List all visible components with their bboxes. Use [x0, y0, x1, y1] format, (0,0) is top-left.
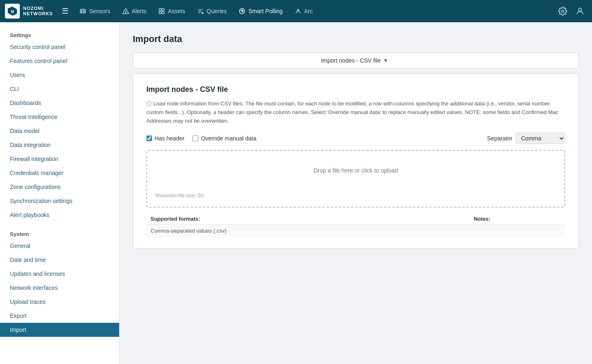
system-section-title: System [0, 228, 119, 239]
svg-point-16 [561, 10, 564, 12]
nav-queries-label: Queries [207, 8, 227, 14]
import-type-label: Import nodes - CSV file [321, 57, 381, 64]
sidebar-item-security-control-panel[interactable]: Security control panel [0, 40, 119, 54]
svg-point-8 [125, 13, 126, 13]
format-notes [470, 225, 565, 237]
nav-queries[interactable]: Queries [192, 5, 232, 17]
sidebar-item-dashboards[interactable]: Dashboards [0, 96, 119, 110]
page-title: Import data [133, 34, 579, 44]
has-header-text: Has header [155, 135, 184, 142]
info-icon: ⓘ [146, 100, 152, 107]
formats-table: Supported formats: Notes: Comma-separate… [146, 213, 565, 237]
svg-rect-9 [159, 9, 161, 11]
topnav: N NOZOMINETWORKS ☰ Sensors Alerts Assets… [0, 0, 592, 22]
sidebar-item-alert-playbooks[interactable]: Alert playbooks [0, 208, 119, 222]
override-manual-label[interactable]: Override manual data [193, 135, 256, 142]
topnav-right [556, 4, 587, 18]
nav-smart-polling[interactable]: Smart Polling [233, 5, 287, 17]
formats-col2-header: Notes: [470, 213, 565, 225]
has-header-checkbox[interactable] [146, 135, 152, 141]
svg-point-17 [578, 8, 581, 11]
nav-sensors[interactable]: Sensors [74, 5, 115, 17]
nav-smart-polling-label: Smart Polling [248, 8, 282, 14]
logo-icon: N [5, 4, 20, 19]
nav-sensors-label: Sensors [89, 8, 110, 14]
separator-label-text: Separator [487, 135, 512, 142]
svg-rect-12 [162, 12, 164, 14]
import-type-dropdown[interactable]: Import nodes - CSV file ▼ [133, 53, 579, 68]
sidebar: Settings Security control panel Features… [0, 22, 120, 364]
file-dropzone[interactable]: Drop a file here or click to upload Maxi… [146, 150, 565, 208]
settings-icon[interactable] [556, 4, 570, 18]
import-card: Import nodes - CSV file ⓘLoad node infor… [133, 73, 579, 249]
nav-alerts-label: Alerts [132, 8, 147, 14]
sidebar-item-updates-and-licenses[interactable]: Updates and licenses [0, 267, 119, 281]
sidebar-item-zone-configurations[interactable]: Zone configurations [0, 180, 119, 194]
sidebar-item-features-control-panel[interactable]: Features control panel [0, 54, 119, 68]
sidebar-item-threat-intelligence[interactable]: Threat Intelligence [0, 110, 119, 124]
sidebar-item-synchronization-settings[interactable]: Synchronization settings [0, 194, 119, 208]
override-manual-checkbox[interactable] [193, 135, 198, 141]
chevron-down-icon: ▼ [383, 58, 388, 63]
svg-rect-11 [159, 12, 161, 14]
sidebar-item-firewall-integration[interactable]: Firewall integration [0, 152, 119, 166]
sidebar-item-network-interfaces[interactable]: Network interfaces [0, 281, 119, 295]
form-row: Has header Override manual data Separato… [146, 133, 565, 144]
hamburger-icon[interactable]: ☰ [59, 4, 71, 18]
sidebar-item-date-and-time[interactable]: Date and time [0, 253, 119, 267]
formats-col1-header: Supported formats: [146, 213, 470, 225]
card-section-title: Import nodes - CSV file [146, 85, 565, 94]
info-paragraph: ⓘLoad node information from CSV files. T… [146, 100, 565, 125]
nav-alerts[interactable]: Alerts [117, 5, 152, 17]
sidebar-item-upload-traces[interactable]: Upload traces [0, 295, 119, 309]
sidebar-item-general[interactable]: General [0, 239, 119, 253]
dropzone-prompt: Drop a file here or click to upload [314, 167, 398, 174]
sidebar-item-import[interactable]: Import [0, 323, 119, 337]
svg-point-15 [297, 9, 299, 11]
format-row: Comma-separated values (.csv) [146, 225, 565, 237]
sidebar-item-cli[interactable]: CLI [0, 82, 119, 96]
separator-group: Separator Comma Semicolon Tab Pipe [487, 133, 565, 144]
svg-rect-10 [162, 9, 164, 11]
logo[interactable]: N NOZOMINETWORKS [5, 4, 53, 19]
sidebar-item-data-model[interactable]: Data model [0, 124, 119, 138]
sidebar-item-export[interactable]: Export [0, 309, 119, 323]
nav-assets-label: Assets [168, 8, 185, 14]
separator-select[interactable]: Comma Semicolon Tab Pipe [516, 133, 565, 144]
dropzone-maxsize: Maximum file size: 2G [155, 193, 204, 198]
override-manual-text: Override manual data [201, 135, 256, 142]
settings-section-title: Settings [0, 29, 119, 40]
nav-arc[interactable]: Arc [289, 5, 318, 17]
format-value: Comma-separated values (.csv) [146, 225, 470, 237]
layout: Settings Security control panel Features… [0, 22, 592, 364]
nav-arc-label: Arc [304, 8, 313, 14]
sidebar-item-data-integration[interactable]: Data integration [0, 138, 119, 152]
logo-text: NOZOMINETWORKS [23, 6, 53, 16]
sidebar-item-credentials-manager[interactable]: Credentials manager [0, 166, 119, 180]
svg-text:N: N [11, 9, 14, 14]
has-header-label[interactable]: Has header [146, 135, 184, 142]
svg-point-14 [242, 11, 243, 12]
main-content: Import data Import nodes - CSV file ▼ Im… [120, 22, 592, 364]
user-icon[interactable] [573, 4, 587, 18]
nav-assets[interactable]: Assets [153, 5, 190, 17]
sidebar-item-users[interactable]: Users [0, 68, 119, 82]
